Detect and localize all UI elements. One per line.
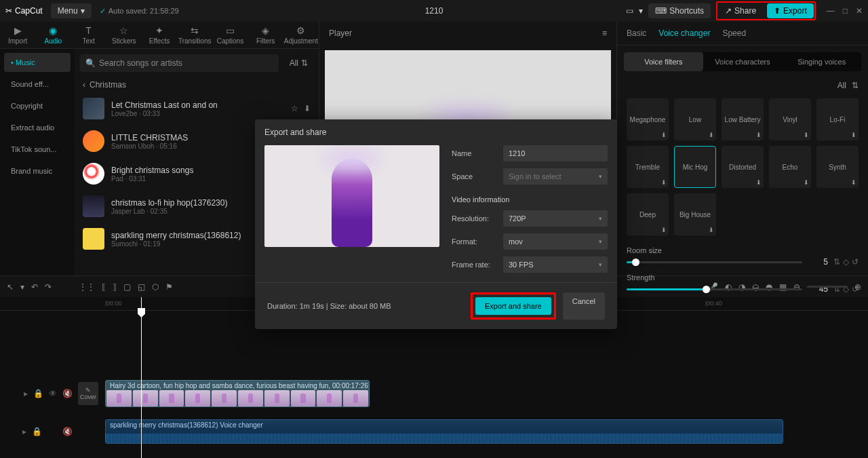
flag-icon[interactable]: ⚑ [165,282,173,292]
voice-vinyl[interactable]: Vinyl⬇ [769,98,811,140]
playhead[interactable] [141,297,142,458]
cover-button[interactable]: ✎Cover [78,382,98,405]
shortcuts-button[interactable]: ⌨ Shortcuts [648,3,711,18]
tab-audio[interactable]: ◉Audio [35,22,71,48]
chevron-down-icon[interactable]: ▾ [20,282,24,292]
keyframe-icon[interactable]: ◇ [843,257,849,267]
topbar-right: ▭ ▾ ⌨ Shortcuts ↗ Share ⬆ Export — □ ✕ [626,1,863,20]
collapse-icon[interactable]: ▸ [24,389,28,398]
maximize-icon[interactable]: □ [843,6,848,16]
tab-stickers[interactable]: ☆Stickers [106,22,142,48]
voice-distorted[interactable]: Distorted⬇ [722,146,764,188]
tab-transitions[interactable]: ⇆Transitions [177,22,212,48]
audio-clip[interactable]: sparkling merry christmas(1368612) Voice… [105,419,783,444]
framerate-label: Frame rate: [452,261,498,269]
trim-right-icon[interactable]: ⟧ [113,282,117,292]
chevron-down-icon: ▾ [599,215,602,222]
tab-voice-changer[interactable]: Voice changer [658,28,710,38]
lock-icon[interactable]: 🔒 [33,389,43,398]
strength-track[interactable] [627,288,802,290]
split-icon[interactable]: ⋮⋮ [79,282,95,292]
tab-basic[interactable]: Basic [627,28,646,38]
tab-import[interactable]: ▶Import [0,22,35,48]
format-select[interactable]: mov▾ [503,233,608,250]
export-modal: Export and share Name Space Sign in to s… [255,119,617,329]
lock-icon[interactable]: 🔒 [32,427,42,436]
voice-synth[interactable]: Synth⬇ [816,146,859,188]
menu-icon[interactable]: ≡ [602,28,607,38]
mute-icon[interactable]: 🔇 [62,427,73,436]
pointer-icon[interactable]: ↖ [7,282,14,292]
tab-effects[interactable]: ✦Effects [142,22,177,48]
name-input[interactable] [503,145,608,161]
voice-megaphone[interactable]: Megaphone⬇ [627,98,669,140]
keyboard-icon: ⌨ [655,6,667,16]
roomsize-value: 5 [808,257,828,267]
tab-speed[interactable]: Speed [722,28,746,38]
roomsize-track[interactable] [627,261,802,263]
mute-icon[interactable]: 🔇 [62,389,73,398]
chevron-down-icon: ▾ [599,261,602,268]
slider-thumb[interactable] [632,259,639,266]
share-button[interactable]: ↗ Share [718,3,763,18]
song-thumbnail [83,228,104,250]
reset-icon[interactable]: ↺ [852,257,859,267]
sidebar-item-copyright[interactable]: Copyright [4,96,71,115]
star-icon[interactable]: ☆ [291,104,298,113]
sort-icon[interactable]: ⇅ [852,81,859,90]
sidebar-item-brand-music[interactable]: Brand music [4,161,71,180]
breadcrumb[interactable]: ‹ Christmas [75,77,319,92]
voice-tremble[interactable]: Tremble⬇ [627,146,669,188]
undo-icon[interactable]: ↶ [31,282,38,292]
subtab-voice-filters[interactable]: Voice filters [624,52,703,71]
layout-icon[interactable]: ▭ [626,6,633,16]
search-input[interactable]: 🔍 Search songs or artists [80,54,279,72]
media-tabs: ▶Import ◉Audio TText ☆Stickers ✦Effects … [0,22,319,49]
voice-lofi[interactable]: Lo-Fi⬇ [816,98,859,140]
collapse-icon[interactable]: ▸ [22,427,26,436]
subtab-singing-voices[interactable]: Singing voices [782,52,861,71]
transitions-icon: ⇆ [191,25,199,36]
voice-low-battery[interactable]: Low Battery⬇ [722,98,764,140]
tab-captions[interactable]: ▭Captions [212,22,248,48]
menu-button[interactable]: Menu ▾ [51,3,92,18]
space-select[interactable]: Sign in to select▾ [503,168,608,185]
filter-all[interactable]: All [837,81,846,90]
slider-thumb[interactable] [703,286,710,293]
framerate-select[interactable]: 30 FPS▾ [503,256,608,273]
sidebar-item-extract-audio[interactable]: Extract audio [4,118,71,137]
sidebar-item-tiktok-sounds[interactable]: TikTok soun... [4,140,71,159]
voice-deep[interactable]: Deep⬇ [627,193,669,235]
redo-icon[interactable]: ↷ [45,282,52,292]
voice-big-house[interactable]: Big House⬇ [674,193,716,235]
crop-icon[interactable]: ◱ [138,282,145,292]
video-clip[interactable]: Hairy 3d cartoon, fun hip hop and samba … [105,380,370,407]
subtab-voice-characters[interactable]: Voice characters [703,52,783,71]
trim-left-icon[interactable]: ⟦ [102,282,106,292]
voice-echo[interactable]: Echo⬇ [769,146,811,188]
download-icon[interactable]: ⬇ [304,104,311,113]
shield-icon[interactable]: ⬡ [152,282,159,292]
properties-panel: Basic Voice changer Speed Voice filters … [617,22,868,275]
zoom-slider[interactable] [807,286,848,288]
filters-icon: ◈ [262,25,269,36]
eye-icon[interactable]: 👁 [49,389,57,398]
stepper-icon[interactable]: ⇅ [833,257,840,267]
minimize-icon[interactable]: — [827,6,835,16]
tab-filters[interactable]: ◈Filters [248,22,283,48]
delete-icon[interactable]: ▢ [123,282,131,292]
voice-mic-hog[interactable]: Mic Hog [674,146,716,188]
voice-low[interactable]: Low⬇ [674,98,716,140]
sidebar-item-sound-effects[interactable]: Sound eff... [4,75,71,94]
filter-button[interactable]: All ⇅ [284,56,313,71]
tab-text[interactable]: TText [71,22,106,48]
sidebar-item-music[interactable]: • Music [4,53,71,72]
tab-adjustment[interactable]: ⚙Adjustment [283,22,319,48]
zoom-in-icon[interactable]: ⊕ [854,282,861,292]
export-button[interactable]: ⬆ Export [767,3,814,18]
close-icon[interactable]: ✕ [856,6,863,16]
export-share-button[interactable]: Export and share [475,297,551,315]
chevron-down-icon[interactable]: ▾ [639,6,643,16]
cancel-button[interactable]: Cancel [563,292,605,320]
resolution-select[interactable]: 720P▾ [503,210,608,227]
